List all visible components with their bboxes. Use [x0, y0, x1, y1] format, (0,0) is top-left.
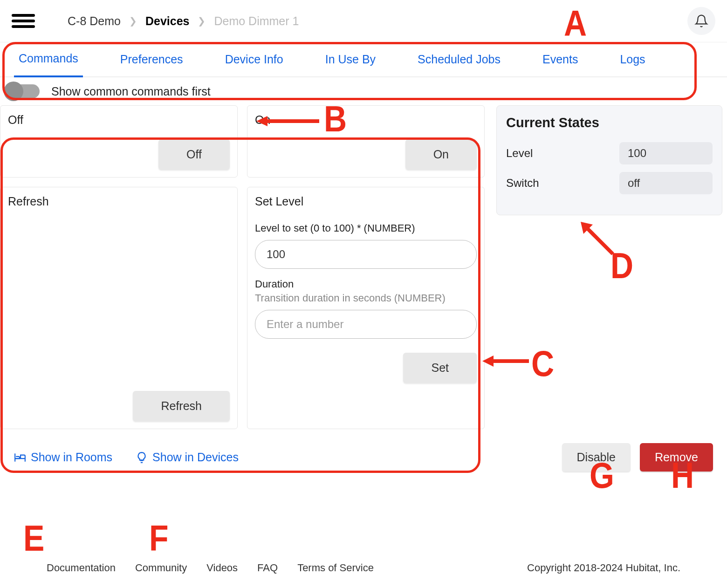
tab-in-use-by[interactable]: In Use By: [321, 43, 380, 76]
card-title: Refresh: [8, 195, 230, 208]
breadcrumb-hub[interactable]: C-8 Demo: [68, 14, 121, 28]
footer-community[interactable]: Community: [135, 562, 187, 574]
breadcrumb-device: Demo Dimmer 1: [214, 14, 299, 28]
notifications-button[interactable]: [687, 7, 715, 35]
footer: Documentation Community Videos FAQ Terms…: [0, 543, 727, 583]
states-heading: Current States: [506, 115, 713, 130]
breadcrumb: C-8 Demo ❯ Devices ❯ Demo Dimmer 1: [68, 14, 299, 28]
duration-input[interactable]: [255, 310, 477, 339]
tab-events[interactable]: Events: [538, 43, 583, 76]
off-button[interactable]: Off: [158, 139, 230, 170]
card-title: On: [255, 113, 477, 127]
state-value: off: [619, 172, 713, 194]
bed-icon: [14, 451, 26, 464]
on-button[interactable]: On: [405, 139, 477, 170]
tab-scheduled-jobs[interactable]: Scheduled Jobs: [413, 43, 505, 76]
chevron-right-icon: ❯: [129, 15, 137, 27]
refresh-button[interactable]: Refresh: [133, 391, 230, 421]
command-card-set-level: Set Level Level to set (0 to 100) * (NUM…: [247, 187, 485, 429]
menu-button[interactable]: [12, 11, 35, 31]
state-row: Level 100: [506, 142, 713, 164]
footer-videos[interactable]: Videos: [206, 562, 238, 574]
show-devices-label: Show in Devices: [152, 451, 239, 464]
card-title: Off: [8, 113, 230, 127]
footer-terms[interactable]: Terms of Service: [297, 562, 374, 574]
footer-documentation[interactable]: Documentation: [47, 562, 116, 574]
commands-grid: Off Off On On Refresh Refresh Set Level …: [0, 105, 485, 429]
command-card-refresh: Refresh Refresh: [0, 187, 238, 429]
tab-logs[interactable]: Logs: [615, 43, 650, 76]
show-in-rooms-link[interactable]: Show in Rooms: [14, 451, 112, 464]
footer-faq[interactable]: FAQ: [257, 562, 278, 574]
card-title: Set Level: [255, 195, 477, 208]
state-key: Level: [506, 147, 619, 160]
bell-icon: [694, 14, 708, 28]
level-label: Level to set (0 to 100) * (NUMBER): [255, 222, 477, 234]
state-value: 100: [619, 142, 713, 164]
level-input[interactable]: [255, 240, 477, 269]
show-in-devices-link[interactable]: Show in Devices: [136, 451, 239, 464]
footer-copyright: Copyright 2018-2024 Hubitat, Inc.: [527, 562, 680, 574]
tab-device-info[interactable]: Device Info: [220, 43, 288, 76]
bulb-icon: [136, 451, 148, 464]
command-card-on: On On: [247, 105, 485, 178]
show-common-label: Show common commands first: [51, 85, 211, 98]
tabs: Commands Preferences Device Info In Use …: [0, 42, 727, 77]
disable-button[interactable]: Disable: [562, 443, 631, 472]
remove-button[interactable]: Remove: [640, 443, 713, 472]
state-key: Switch: [506, 177, 619, 190]
show-rooms-label: Show in Rooms: [31, 451, 112, 464]
breadcrumb-devices[interactable]: Devices: [145, 14, 190, 28]
tab-commands[interactable]: Commands: [14, 42, 83, 77]
command-card-off: Off Off: [0, 105, 238, 178]
state-row: Switch off: [506, 172, 713, 194]
tab-preferences[interactable]: Preferences: [116, 43, 188, 76]
show-common-toggle[interactable]: [5, 84, 40, 98]
chevron-right-icon: ❯: [198, 15, 206, 27]
duration-sublabel: Transition duration in seconds (NUMBER): [255, 292, 477, 304]
set-button[interactable]: Set: [403, 353, 477, 383]
current-states-panel: Current States Level 100 Switch off: [496, 105, 722, 215]
duration-label: Duration: [255, 278, 477, 290]
